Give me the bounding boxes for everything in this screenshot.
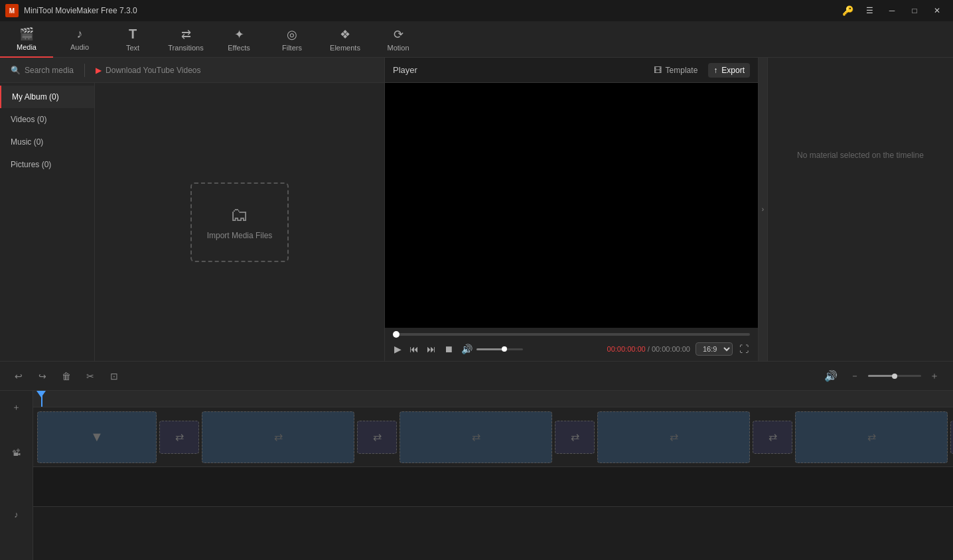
audio-icon: ♪ [77, 27, 83, 41]
elements-icon: ❖ [340, 27, 350, 42]
template-button[interactable]: 🎞 Template [648, 63, 703, 78]
search-media-button[interactable]: 🔍 Search media [5, 63, 79, 78]
crop-button[interactable]: ⊡ [104, 367, 125, 385]
toolbar-text[interactable]: T Text [106, 21, 159, 58]
progress-dot [393, 331, 400, 338]
sidebar-videos-label: Videos (0) [11, 115, 46, 124]
redo-button[interactable]: ↪ [32, 367, 53, 385]
audio-track-icon[interactable]: ♪ [7, 504, 27, 524]
zoom-out-button[interactable]: － [844, 367, 865, 385]
transition-segment-2[interactable]: ⇄ [357, 421, 397, 454]
youtube-icon: ▶ [96, 66, 102, 75]
sidebar-album-label: My Album (0) [12, 92, 59, 102]
skip-back-button[interactable]: ⏮ [408, 342, 420, 356]
transition-segment-4[interactable]: ⇄ [753, 421, 792, 454]
player-controls: ▶ ⏮ ⏭ ⏹ 🔊 00:00:00:00 / 00:00: [385, 328, 758, 361]
transition-icon-2: ⇄ [373, 431, 382, 443]
toolbar-effects[interactable]: ✦ Effects [212, 21, 265, 58]
toolbar-motion-label: Motion [387, 44, 409, 52]
segment-icon-2: ⇄ [274, 431, 283, 443]
export-icon: ↑ [713, 66, 717, 75]
motion-icon: ⟳ [394, 27, 403, 42]
toolbar-motion[interactable]: ⟳ Motion [372, 21, 425, 58]
aspect-ratio-select[interactable]: 16:9 9:16 4:3 1:1 21:9 [696, 342, 733, 356]
player-container: Player 🎞 Template ↑ Export [385, 58, 758, 361]
transition-icon-4: ⇄ [769, 431, 777, 443]
export-label: Export [721, 66, 745, 75]
player-props: Player 🎞 Template ↑ Export [385, 58, 953, 361]
video-track-icon[interactable]: 📽 [7, 443, 27, 462]
toolbar-filters[interactable]: ◎ Filters [265, 21, 319, 58]
import-media-button[interactable]: 🗂 Import Media Files [190, 182, 289, 262]
zoom-controls: 🔊 － ＋ [820, 367, 945, 385]
menu-button[interactable]: ☰ [859, 4, 880, 17]
transition-segment-1[interactable]: ⇄ [159, 421, 199, 454]
player-header: Player 🎞 Template ↑ Export [385, 58, 758, 83]
toolbar-elements[interactable]: ❖ Elements [319, 21, 372, 58]
sidebar-item-music[interactable]: Music (0) [0, 131, 94, 153]
sidebar-item-pictures[interactable]: Pictures (0) [0, 153, 94, 176]
audio-track-row [33, 467, 953, 507]
skip-forward-button[interactable]: ⏭ [425, 342, 437, 356]
cut-button[interactable]: ✂ [80, 367, 101, 385]
play-button[interactable]: ▶ [393, 342, 403, 356]
minimize-button[interactable]: ─ [881, 4, 903, 17]
export-button[interactable]: ↑ Export [708, 63, 750, 78]
audio-wave-icon: 🔊 [820, 367, 842, 385]
left-panel: 🔍 Search media ▶ Download YouTube Videos… [0, 58, 385, 361]
volume-icon[interactable]: 🔊 [460, 342, 474, 356]
timeline-sidebar: ＋ 📽 ♪ [0, 391, 33, 560]
volume-fill [476, 348, 504, 350]
sidebar-item-album[interactable]: My Album (0) [0, 86, 94, 108]
template-icon: 🎞 [654, 66, 662, 75]
video-segment-5[interactable]: ⇄ [795, 411, 948, 463]
youtube-download-button[interactable]: ▶ Download YouTube Videos [90, 63, 206, 78]
sidebar: My Album (0) Videos (0) Music (0) Pictur… [0, 83, 95, 361]
sidebar-item-videos[interactable]: Videos (0) [0, 108, 94, 131]
transition-icon-1: ⇄ [175, 431, 184, 443]
zoom-in-button[interactable]: ＋ [924, 367, 945, 385]
zoom-fill [868, 375, 895, 377]
undo-button[interactable]: ↩ [8, 367, 29, 385]
pro-key-icon: 🔑 [842, 5, 853, 16]
video-segment-1[interactable]: ▼ [37, 411, 157, 463]
folder-icon: 🗂 [230, 204, 249, 226]
video-segment-3[interactable]: ⇄ [400, 411, 552, 463]
video-segment-4[interactable]: ⇄ [597, 411, 750, 463]
video-player [385, 83, 758, 328]
progress-bar[interactable] [393, 333, 750, 336]
search-icon: 🔍 [11, 66, 21, 75]
add-track-button[interactable]: ＋ [7, 397, 27, 417]
stop-button[interactable]: ⏹ [443, 342, 455, 356]
properties-collapse-handle[interactable]: › [758, 58, 767, 361]
maximize-button[interactable]: □ [904, 4, 925, 17]
toolbar-transitions[interactable]: ⇄ Transitions [159, 21, 212, 58]
toolbar: 🎬 Media ♪ Audio T Text ⇄ Transitions ✦ E… [0, 21, 953, 58]
toolbar-text-label: Text [126, 44, 139, 52]
timeline-tracks: ▼ ⇄ ⇄ ⇄ ⇄ ⇄ ⇄ [33, 391, 953, 560]
import-media-label: Import Media Files [207, 231, 273, 240]
toolbar-media[interactable]: 🎬 Media [0, 21, 53, 58]
transition-segment-5[interactable]: ⇄ [950, 421, 953, 454]
transition-icon-3: ⇄ [571, 431, 579, 443]
segment-icon-5: ⇄ [867, 431, 876, 443]
toolbar-media-label: Media [17, 43, 37, 51]
delete-button[interactable]: 🗑 [56, 367, 77, 385]
titlebar: M MiniTool MovieMaker Free 7.3.0 🔑 ☰ ─ □… [0, 0, 953, 21]
sidebar-pictures-label: Pictures (0) [11, 160, 51, 169]
transition-segment-3[interactable]: ⇄ [555, 421, 595, 454]
search-media-label: Search media [25, 66, 74, 75]
player-header-right: 🎞 Template ↑ Export [648, 63, 750, 78]
zoom-slider[interactable] [868, 375, 921, 377]
segment-icon-3: ⇄ [472, 431, 480, 443]
zoom-dot [892, 374, 897, 379]
app-title: MiniTool MovieMaker Free 7.3.0 [24, 6, 842, 15]
volume-bar[interactable] [476, 348, 523, 350]
properties-panel: No material selected on the timeline [767, 58, 953, 361]
fullscreen-button[interactable]: ⛶ [738, 342, 750, 356]
toolbar-audio-label: Audio [70, 43, 89, 51]
toolbar-audio[interactable]: ♪ Audio [53, 21, 106, 58]
effects-icon: ✦ [234, 27, 244, 42]
video-segment-2[interactable]: ⇄ [202, 411, 354, 463]
close-button[interactable]: ✕ [926, 4, 948, 17]
